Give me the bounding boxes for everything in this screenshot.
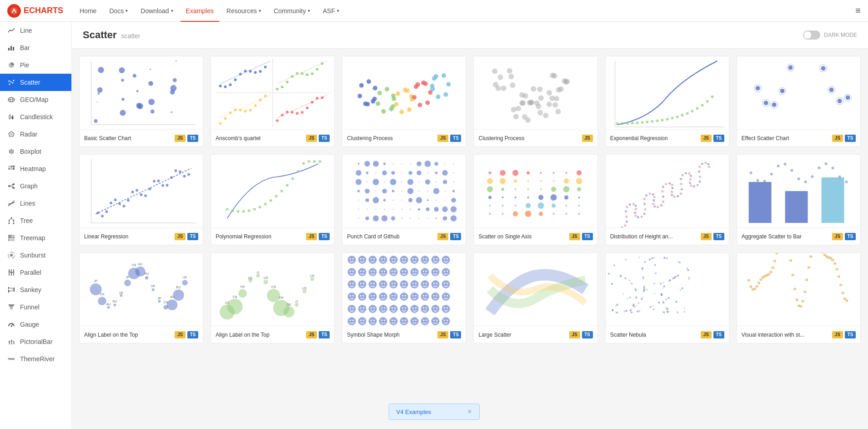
- svg-point-697: [350, 308, 351, 309]
- sidebar-item-funnel[interactable]: Funnel: [0, 298, 71, 316]
- sidebar-item-tree[interactable]: Tree: [0, 212, 71, 229]
- svg-point-684: [411, 293, 419, 301]
- nav-resources[interactable]: Resources▾: [221, 0, 266, 22]
- sidebar-item-parallel[interactable]: Parallel: [0, 264, 71, 281]
- chart-badges: JSTS: [701, 135, 724, 142]
- svg-point-232: [661, 119, 663, 121]
- sidebar-item-heatmap[interactable]: Heatmap: [0, 160, 71, 177]
- chart-card[interactable]: Aggregate Scatter to BarJSTS: [737, 154, 861, 245]
- sidebar-item-scatter[interactable]: Scatter: [0, 74, 71, 91]
- chart-card[interactable]: Effect Scatter ChartJSTS: [737, 56, 861, 147]
- svg-point-82: [136, 90, 139, 92]
- nav-home[interactable]: Home: [74, 0, 102, 22]
- chart-preview: [474, 155, 597, 227]
- sidebar-item-graph[interactable]: Graph: [0, 177, 71, 195]
- svg-point-401: [553, 172, 555, 174]
- js-badge: JS: [701, 331, 712, 338]
- sidebar-item-themeriver[interactable]: ThemeRiver: [0, 350, 71, 368]
- svg-point-540: [152, 288, 155, 291]
- svg-point-483: [679, 192, 682, 195]
- chart-card[interactable]: Clustering ProcessJSTS: [342, 56, 466, 147]
- nav-community[interactable]: Community▾: [268, 0, 316, 22]
- svg-point-613: [371, 271, 372, 272]
- svg-point-688: [423, 295, 424, 297]
- nav-docs[interactable]: Docs▾: [104, 0, 133, 22]
- chart-badges: JSTS: [306, 135, 330, 142]
- svg-point-922: [759, 278, 762, 281]
- sidebar: Line Bar Pie Scatter GEO/Map Candlestick…: [0, 22, 72, 429]
- chart-card[interactable]: Punch Card of GithubJSTS: [342, 154, 466, 245]
- svg-point-270: [97, 212, 100, 214]
- svg-point-939: [793, 288, 796, 290]
- chart-card[interactable]: Linear RegressionJSTS: [79, 154, 203, 245]
- svg-point-653: [405, 283, 406, 284]
- svg-point-204: [536, 104, 542, 109]
- sidebar-label: GEO/Map: [20, 96, 48, 103]
- sidebar-item-bar[interactable]: Bar: [0, 39, 71, 56]
- chart-badges: JSTS: [569, 331, 593, 338]
- chart-badges: JSTS: [569, 233, 593, 240]
- pie-icon: [7, 61, 15, 69]
- svg-point-153: [385, 87, 389, 91]
- svg-point-663: [442, 280, 450, 288]
- svg-point-361: [366, 198, 369, 202]
- nav-download[interactable]: Download▾: [135, 0, 178, 22]
- sidebar-item-sunburst[interactable]: Sunburst: [0, 247, 71, 264]
- chart-card[interactable]: Clustering ProcessJS: [473, 56, 597, 147]
- svg-point-709: [391, 308, 393, 309]
- svg-point-427: [578, 197, 580, 198]
- svg-point-386: [373, 215, 379, 221]
- svg-point-348: [357, 190, 360, 192]
- svg-point-844: [681, 288, 683, 289]
- sidebar-item-boxplot[interactable]: Boxplot: [0, 143, 71, 160]
- chart-card[interactable]: Large ScatterJSTS: [473, 252, 597, 343]
- chart-card[interactable]: Visual interaction with st...JSTS: [737, 252, 861, 343]
- sidebar-item-geommap[interactable]: GEO/Map: [0, 91, 71, 108]
- svg-point-310: [313, 160, 316, 163]
- svg-point-615: [379, 268, 387, 276]
- chart-card[interactable]: Scatter NebulaJSTS: [605, 252, 729, 343]
- nav-examples[interactable]: Examples: [181, 0, 219, 22]
- sidebar-item-pie[interactable]: Pie: [0, 56, 71, 74]
- chart-card[interactable]: Polynomial RegressionJSTS: [211, 154, 335, 245]
- svg-point-564: [267, 289, 280, 302]
- svg-point-31: [13, 183, 15, 185]
- dark-mode-toggle[interactable]: DARK MODE: [803, 30, 857, 47]
- sidebar-item-line[interactable]: Line: [0, 22, 71, 39]
- sidebar-item-sankey[interactable]: Sankey: [0, 281, 71, 298]
- svg-point-488: [685, 172, 687, 174]
- v4-close-button[interactable]: ×: [467, 408, 472, 416]
- chart-card[interactable]: Scatter on Single AxisJSTS: [473, 154, 597, 245]
- sidebar-item-gauge[interactable]: Gauge: [0, 316, 71, 333]
- logo[interactable]: ECHARTS: [7, 4, 63, 18]
- svg-point-510: [770, 173, 773, 176]
- chart-card[interactable]: JP CN AU RU UK JP CN AU RU UK: [79, 252, 203, 343]
- chart-card[interactable]: Distribution of Height an...JSTS: [605, 154, 729, 245]
- svg-point-223: [616, 122, 618, 125]
- svg-point-436: [489, 213, 491, 215]
- chart-card[interactable]: Exponential RegressionJSTS: [605, 56, 729, 147]
- ts-badge: TS: [450, 233, 461, 240]
- svg-line-33: [10, 184, 13, 186]
- chart-card[interactable]: Basic Scatter ChartJSTS: [79, 56, 203, 147]
- chart-card[interactable]: Anscomb's quartetJSTS: [211, 56, 335, 147]
- svg-point-169: [412, 95, 417, 100]
- svg-point-528: [114, 304, 116, 307]
- toggle-switch[interactable]: [803, 30, 820, 40]
- svg-point-651: [400, 280, 408, 288]
- sidebar-item-treemap[interactable]: Treemap: [0, 229, 71, 247]
- sidebar-item-pictorialbar[interactable]: PictorialBar: [0, 333, 71, 350]
- svg-point-592: [402, 258, 403, 260]
- chart-card[interactable]: Symbol Shape MorphJSTS: [342, 252, 466, 343]
- sidebar-item-radar[interactable]: Radar: [0, 126, 71, 143]
- ts-badge: TS: [187, 135, 198, 142]
- nav-asf[interactable]: ASF▾: [317, 0, 345, 22]
- sidebar-item-lines[interactable]: Lines: [0, 195, 71, 212]
- language-switch[interactable]: ≡: [855, 5, 861, 16]
- sidebar-item-candlestick[interactable]: Candlestick: [0, 108, 71, 126]
- svg-point-610: [360, 271, 361, 272]
- chart-card[interactable]: US CN FR DE IT US CN FR DE IT: [211, 252, 335, 343]
- svg-point-374: [376, 209, 376, 210]
- svg-point-437: [502, 213, 504, 215]
- svg-point-384: [358, 218, 359, 219]
